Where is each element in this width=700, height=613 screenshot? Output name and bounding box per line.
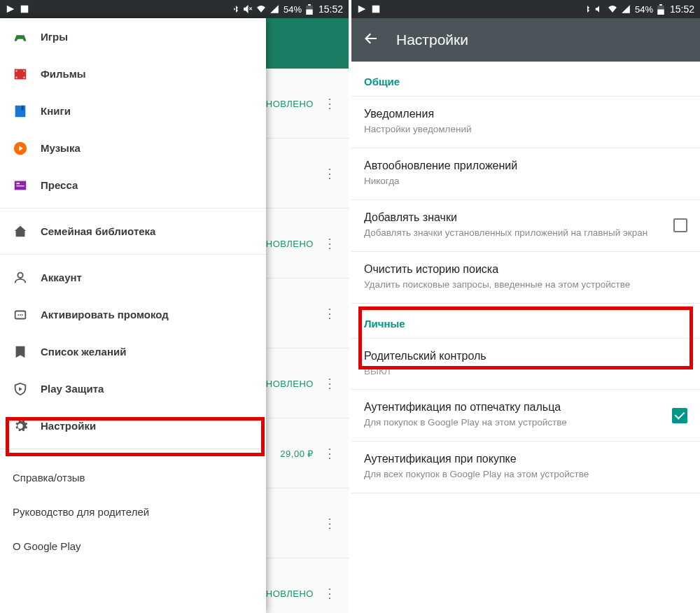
- gamepad-icon: [13, 29, 41, 45]
- gear-icon: [13, 418, 41, 434]
- mute-icon: [594, 4, 604, 14]
- drawer-item-account[interactable]: Аккаунт: [0, 259, 266, 296]
- image-indicator-icon: [371, 4, 381, 14]
- app-bar: Настройки: [351, 18, 700, 62]
- wifi-icon: [255, 4, 267, 14]
- setting-fingerprint[interactable]: Аутентификация по отпечатку пальца Для п…: [351, 390, 700, 442]
- svg-point-12: [18, 272, 22, 277]
- drawer-label: Игры: [41, 31, 253, 43]
- drawer-item-play-protect[interactable]: Play Защита: [0, 370, 266, 407]
- divider: [0, 449, 266, 449]
- drawer-label: Книги: [41, 105, 253, 117]
- drawer-label: Активировать промокод: [41, 309, 253, 320]
- svg-rect-1: [306, 9, 312, 15]
- app-bar-title: Настройки: [396, 31, 468, 48]
- drawer-label: Список желаний: [41, 346, 253, 358]
- more-icon[interactable]: [323, 452, 336, 455]
- section-personal: Личные: [351, 304, 700, 338]
- svg-rect-19: [659, 4, 662, 6]
- family-icon: [13, 224, 41, 239]
- setting-clear-history[interactable]: Очистить историю поиска Удалить поисковы…: [351, 252, 700, 304]
- phone-right-settings: 54% 15:52 Настройки Общие Уведомления На…: [349, 0, 700, 613]
- setting-add-icons[interactable]: Добавлять значки Добавлять значки устано…: [351, 200, 700, 252]
- drawer-item-family[interactable]: Семейная библиотека: [0, 213, 266, 250]
- setting-parental[interactable]: Родительский контроль ВЫКЛ: [351, 338, 700, 390]
- drawer-label: Настройки: [41, 420, 253, 432]
- svg-rect-2: [308, 4, 311, 6]
- account-icon: [13, 270, 41, 286]
- drawer-label: Музыка: [41, 142, 253, 154]
- svg-point-16: [22, 314, 23, 316]
- more-icon[interactable]: [323, 172, 336, 175]
- shield-icon: [13, 381, 41, 397]
- signal-icon: [621, 4, 631, 14]
- setting-autoupdate[interactable]: Автообновление приложений Никогда: [351, 148, 700, 200]
- more-icon[interactable]: [323, 242, 336, 245]
- wishlist-icon: [13, 344, 41, 360]
- setting-purchase-auth[interactable]: Аутентификация при покупке Для всех поку…: [351, 442, 700, 493]
- setting-more[interactable]: [351, 493, 700, 531]
- drawer-item-redeem[interactable]: Активировать промокод: [0, 296, 266, 333]
- battery-percent: 54%: [284, 4, 302, 15]
- drawer-label: Фильмы: [41, 68, 253, 80]
- film-icon: [13, 66, 41, 82]
- newsstand-icon: [13, 178, 41, 193]
- more-icon[interactable]: [323, 102, 336, 105]
- divider: [0, 208, 266, 209]
- drawer-item-games[interactable]: Игры: [0, 18, 266, 55]
- clock: 15:52: [670, 3, 694, 15]
- svg-point-14: [18, 314, 19, 316]
- status-bar: 54% 15:52: [351, 0, 700, 18]
- drawer-item-newsstand[interactable]: Пресса: [0, 167, 266, 204]
- play-indicator-icon: [6, 4, 15, 14]
- svg-rect-18: [657, 9, 664, 15]
- redeem-icon: [13, 307, 41, 323]
- status-bar: 54% 15:52: [0, 0, 349, 18]
- arrow-back-icon: [363, 30, 379, 47]
- svg-rect-11: [17, 185, 24, 186]
- drawer-label: Семейная библиотека: [41, 225, 253, 237]
- checkbox-add-icons[interactable]: [673, 218, 687, 232]
- clock: 15:52: [318, 3, 343, 15]
- svg-rect-10: [17, 183, 20, 184]
- play-indicator-icon: [357, 4, 367, 14]
- svg-point-15: [20, 314, 21, 316]
- more-icon[interactable]: [323, 312, 336, 315]
- navigation-drawer: Игры Фильмы Книги Музыка Пресса Семейная…: [0, 18, 266, 613]
- divider: [0, 254, 266, 255]
- more-icon[interactable]: [323, 522, 336, 525]
- battery-icon: [306, 4, 313, 15]
- svg-rect-7: [24, 76, 25, 78]
- checkbox-fingerprint[interactable]: [672, 408, 687, 423]
- drawer-item-settings[interactable]: Настройки: [0, 407, 266, 444]
- wifi-icon: [607, 4, 618, 14]
- mute-icon: [243, 4, 253, 14]
- signal-icon: [270, 4, 279, 14]
- bluetooth-icon: [583, 4, 592, 14]
- battery-icon: [657, 4, 664, 15]
- svg-rect-6: [24, 70, 25, 71]
- drawer-item-wishlist[interactable]: Список желаний: [0, 333, 266, 370]
- battery-percent: 54%: [635, 4, 653, 15]
- footer-about[interactable]: О Google Play: [13, 529, 253, 563]
- setting-notifications[interactable]: Уведомления Настройки уведомлений: [351, 96, 700, 148]
- settings-list[interactable]: Общие Уведомления Настройки уведомлений …: [351, 62, 700, 613]
- drawer-item-music[interactable]: Музыка: [0, 129, 266, 167]
- drawer-label: Play Защита: [41, 383, 253, 395]
- phone-left-drawer: 54% 15:52 ТАНОВЛЕНО ТАНОВЛЕНО ТАНОВЛЕНО …: [0, 0, 349, 613]
- book-icon: [13, 104, 41, 119]
- drawer-item-movies[interactable]: Фильмы: [0, 55, 266, 92]
- image-indicator-icon: [20, 4, 29, 14]
- footer-parents[interactable]: Руководство для родителей: [13, 495, 253, 529]
- bluetooth-icon: [232, 4, 240, 14]
- svg-rect-5: [16, 76, 18, 78]
- section-general: Общие: [351, 62, 700, 96]
- svg-rect-4: [16, 70, 18, 71]
- footer-help[interactable]: Справка/отзыв: [13, 460, 253, 495]
- more-icon[interactable]: [323, 382, 336, 385]
- drawer-label: Пресса: [41, 179, 253, 191]
- more-icon[interactable]: [323, 592, 336, 595]
- back-button[interactable]: [363, 30, 379, 50]
- drawer-label: Аккаунт: [41, 272, 253, 283]
- drawer-item-books[interactable]: Книги: [0, 92, 266, 129]
